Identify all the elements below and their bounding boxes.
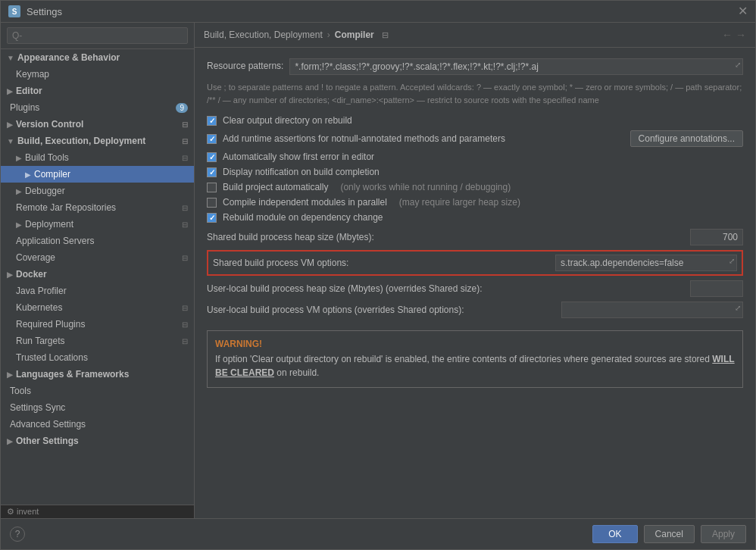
pin-icon: ⊟ [182,337,188,345]
sidebar-item-required-plugins[interactable]: Required Plugins ⊟ [1,316,194,333]
warning-text: If option 'Clear output directory on reb… [215,352,735,380]
sidebar-item-build-tools[interactable]: ▶ Build Tools ⊟ [1,149,194,166]
sidebar: ▼ Appearance & Behavior Keymap ▶ Editor … [1,23,195,518]
invent-bar: ⚙ invent [1,505,194,518]
help-button[interactable]: ? [10,527,25,542]
runtime-assertions-checkbox[interactable]: ✓ [207,134,217,144]
title-bar: S Settings ✕ [1,1,755,23]
heap-size-row: Shared build process heap size (Mbytes): [207,229,743,245]
user-vm-label: User-local build process VM options (ove… [207,305,555,315]
sidebar-item-plugins[interactable]: Plugins 9 [1,99,194,116]
user-heap-row: User-local build process heap size (Mbyt… [207,280,743,297]
pin-icon: ⊟ [182,304,188,312]
plugins-badge: 9 [176,103,188,113]
forward-button[interactable]: → [736,29,746,41]
resource-input[interactable] [289,58,743,75]
sidebar-item-java-profiler[interactable]: Java Profiler [1,283,194,299]
expand-arrow: ▶ [7,270,13,279]
configure-annotations-button[interactable]: Configure annotations... [630,130,743,147]
expand-arrow: ▶ [7,120,13,129]
show-first-error-checkbox[interactable]: ✓ [207,152,217,162]
expand-arrow: ▶ [16,220,22,229]
sidebar-item-version-control[interactable]: ▶ Version Control ⊟ [1,116,194,133]
runtime-assertions-row: ✓ Add runtime assertions for notnull-ann… [207,130,743,147]
expand-icon[interactable]: ⤢ [735,61,741,69]
window-title: Settings [27,6,62,17]
resource-hint: Use ; to separate patterns and ! to nega… [207,81,743,106]
sidebar-item-run-targets[interactable]: Run Targets ⊟ [1,333,194,349]
pin-icon: ⊟ [182,120,188,129]
cancel-button[interactable]: Cancel [644,525,695,543]
compile-parallel-note: (may require larger heap size) [399,197,520,208]
build-auto-row: Build project automatically (only works … [207,182,743,192]
build-auto-checkbox[interactable] [207,183,217,192]
resource-label: Resource patterns: [207,58,283,71]
compile-parallel-label: Compile independent modules in parallel [223,197,387,208]
expand-arrow: ▶ [25,170,31,179]
expand-arrow: ▼ [7,54,14,62]
sidebar-item-compiler[interactable]: ▶ Compiler [1,166,194,183]
display-notification-label: Display notification on build completion [223,167,380,177]
sidebar-item-editor[interactable]: ▶ Editor [1,83,194,99]
show-first-error-row: ✓ Automatically show first error in edit… [207,152,743,162]
pin-icon: ⊟ [182,204,188,212]
sidebar-item-build-exec[interactable]: ▼ Build, Execution, Deployment ⊟ [1,133,194,149]
sidebar-item-appearance[interactable]: ▼ Appearance & Behavior [1,49,194,66]
breadcrumb-separator: › [327,30,330,40]
rebuild-module-label: Rebuild module on dependency change [223,212,383,223]
sidebar-item-remote-jar[interactable]: Remote Jar Repositories ⊟ [1,199,194,216]
compile-parallel-checkbox[interactable] [207,198,217,208]
heap-input[interactable] [690,229,743,245]
back-button[interactable]: ← [722,29,733,41]
sidebar-item-deployment[interactable]: ▶ Deployment ⊟ [1,216,194,233]
ok-button[interactable]: OK [592,525,637,543]
user-vm-expand-icon[interactable]: ⤢ [735,304,741,312]
sidebar-item-kubernetes[interactable]: Kubernetes ⊟ [1,299,194,316]
display-notification-checkbox[interactable]: ✓ [207,167,217,177]
rebuild-module-checkbox[interactable]: ✓ [207,213,217,223]
pin-icon: ⊟ [182,137,188,145]
app-icon: S [8,5,20,17]
breadcrumb: Build, Execution, Deployment › Compiler … [195,23,755,48]
settings-dialog: S Settings ✕ ▼ Appearance & Behavior Key… [0,0,756,550]
invent-label: ⚙ invent [7,507,39,517]
vm-input[interactable] [555,255,737,271]
apply-button[interactable]: Apply [701,525,746,543]
expand-arrow: ▼ [7,137,14,145]
sidebar-item-keymap[interactable]: Keymap [1,66,194,83]
runtime-assertions-label: Add runtime assertions for notnull-annot… [223,133,505,144]
vm-expand-icon[interactable]: ⤢ [729,257,735,265]
sidebar-item-app-servers[interactable]: Application Servers [1,233,194,249]
sidebar-item-debugger[interactable]: ▶ Debugger [1,183,194,199]
pin-icon: ⊟ [182,220,188,229]
build-auto-note: (only works while not running / debuggin… [340,182,511,192]
user-vm-input[interactable] [561,302,743,318]
clear-output-checkbox[interactable]: ✓ [207,116,217,126]
expand-arrow: ▶ [7,437,13,445]
sidebar-item-other-settings[interactable]: ▶ Other Settings [1,433,194,449]
user-heap-label: User-local build process heap size (Mbyt… [207,283,684,294]
user-vm-row: User-local build process VM options (ove… [207,302,743,318]
sidebar-item-tools[interactable]: Tools [1,383,194,399]
sidebar-item-advanced-settings[interactable]: Advanced Settings [1,416,194,433]
display-notification-row: ✓ Display notification on build completi… [207,167,743,177]
sidebar-item-languages[interactable]: ▶ Languages & Frameworks [1,366,194,383]
sidebar-item-settings-sync[interactable]: Settings Sync [1,399,194,416]
sidebar-item-coverage[interactable]: Coverage ⊟ [1,249,194,266]
sidebar-item-docker[interactable]: ▶ Docker [1,266,194,283]
vm-label: Shared build process VM options: [213,258,549,268]
expand-arrow: ▶ [16,154,22,162]
close-button[interactable]: ✕ [737,6,748,17]
warning-box: WARNING! If option 'Clear output directo… [207,330,743,388]
build-auto-label: Build project automatically [223,182,328,192]
expand-arrow: ▶ [7,370,13,379]
clear-output-label: Clear output directory on rebuild [223,115,352,126]
show-first-error-label: Automatically show first error in editor [223,152,374,162]
expand-arrow: ▶ [16,187,22,195]
dialog-content: ▼ Appearance & Behavior Keymap ▶ Editor … [1,23,755,518]
sidebar-item-trusted-locations[interactable]: Trusted Locations [1,349,194,366]
main-panel: Build, Execution, Deployment › Compiler … [195,23,755,518]
breadcrumb-current: Compiler [335,30,374,40]
search-input[interactable] [7,27,188,44]
user-heap-input[interactable] [690,280,743,297]
